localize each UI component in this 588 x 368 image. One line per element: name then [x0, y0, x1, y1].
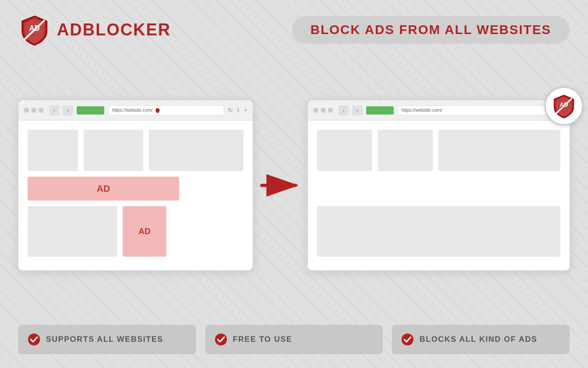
traffic-lights-after [313, 108, 333, 113]
feature-text-blocks: BLOCKS ALL KIND OF ADS [419, 335, 537, 344]
fwd-btn-after[interactable]: › [352, 105, 362, 115]
add-icon-before[interactable]: + [243, 107, 247, 114]
browser-before-toolbar: ‹ › https://website.com/ ↻ ⇧ + [18, 100, 253, 121]
feature-bar-blocks: BLOCKS ALL KIND OF ADS [392, 325, 570, 354]
main-wrapper: AD ADBLOCKER BLOCK ADS FROM ALL WEBSITES… [0, 0, 588, 368]
before-row-2: AD [28, 177, 243, 201]
after-block-3 [438, 130, 560, 171]
shield-icon-before [155, 108, 160, 113]
after-block-2 [378, 130, 433, 171]
feature-text-free: FREE TO USE [233, 335, 293, 344]
feature-bars: SUPPORTS ALL WEBSITES FREE TO USE BLOCKS… [18, 325, 570, 354]
after-ad-removed-space [317, 177, 560, 201]
address-bar-before[interactable]: https://website.com/ [108, 105, 224, 115]
bookmark-icon-before[interactable]: ⇧ [236, 107, 241, 114]
content-block-3 [149, 130, 243, 171]
after-row-1 [317, 130, 560, 171]
traffic-light-after-2 [321, 108, 326, 113]
address-green-before [77, 106, 104, 115]
feature-bar-free: FREE TO USE [205, 325, 383, 354]
ad-banner-text: AD [97, 184, 110, 194]
svg-point-8 [401, 334, 413, 345]
address-green-after [366, 106, 394, 115]
reload-icon-before[interactable]: ↻ [228, 107, 233, 114]
before-browser-content: AD AD [18, 121, 253, 266]
header-tagline: BLOCK ADS FROM ALL WEBSITES [311, 23, 551, 37]
traffic-lights-before [24, 108, 44, 113]
url-text-before: https://website.com/ [112, 108, 153, 113]
after-row-3 [317, 206, 560, 257]
after-browser-content [308, 121, 570, 266]
check-icon-blocks [401, 333, 414, 346]
before-row-1 [28, 130, 243, 171]
adblocker-badge: AD [544, 86, 583, 126]
ad-banner: AD [28, 177, 179, 201]
before-row-3: AD [28, 206, 243, 257]
content-block-4 [28, 206, 117, 257]
ad-square: AD [123, 206, 166, 257]
browser-after: ‹ › https://website.com/ ↻ [308, 100, 570, 270]
feature-bar-supports: SUPPORTS ALL WEBSITES [18, 325, 196, 354]
feature-text-supports: SUPPORTS ALL WEBSITES [46, 335, 163, 344]
back-btn-before[interactable]: ‹ [49, 105, 59, 115]
after-browser-wrapper: AD ‹ › https://website.com/ [308, 100, 570, 270]
check-icon-free [215, 333, 227, 346]
check-icon-supports [28, 333, 40, 346]
browser-after-toolbar: ‹ › https://website.com/ ↻ [308, 100, 570, 121]
traffic-light-after-3 [328, 108, 333, 113]
toolbar-icons-before: ↻ ⇧ + [228, 107, 247, 114]
traffic-light-2 [31, 108, 36, 113]
after-block-1 [317, 130, 372, 171]
url-text-after: https://website.com/ [401, 108, 442, 113]
logo-area: AD ADBLOCKER [18, 14, 171, 46]
traffic-light-1 [24, 108, 29, 113]
traffic-light-after-1 [313, 108, 318, 113]
header-tagline-box: BLOCK ADS FROM ALL WEBSITES [292, 16, 570, 44]
svg-point-7 [215, 334, 227, 345]
fwd-btn-before[interactable]: › [63, 105, 73, 115]
traffic-light-3 [39, 108, 44, 113]
browser-comparison: ‹ › https://website.com/ ↻ ⇧ + [18, 60, 570, 311]
logo-shield-icon: AD [18, 14, 51, 46]
arrow-container [253, 174, 308, 197]
logo-text: ADBLOCKER [57, 20, 171, 40]
address-bar-after[interactable]: https://website.com/ [397, 105, 555, 115]
header: AD ADBLOCKER BLOCK ADS FROM ALL WEBSITES [18, 14, 570, 46]
back-btn-after[interactable]: ‹ [339, 105, 349, 115]
browser-before: ‹ › https://website.com/ ↻ ⇧ + [18, 100, 253, 270]
content-block-1 [28, 130, 78, 171]
ad-square-text: AD [139, 227, 151, 236]
after-block-4 [317, 206, 560, 257]
svg-point-6 [28, 334, 40, 345]
badge-shield-icon: AD [551, 93, 577, 119]
content-block-2 [84, 130, 143, 171]
arrow-icon [260, 174, 301, 197]
